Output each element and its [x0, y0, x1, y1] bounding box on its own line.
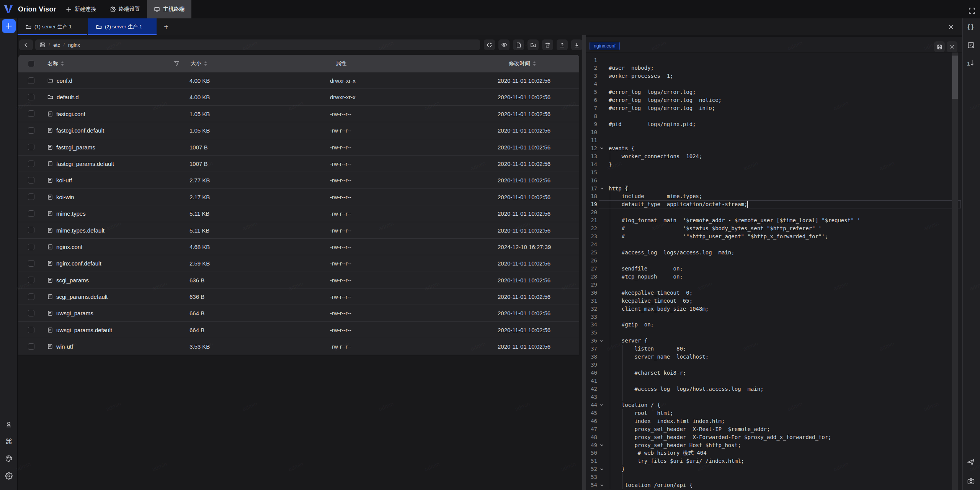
row-checkbox[interactable]: [28, 210, 34, 217]
code-line-10[interactable]: 10: [586, 128, 952, 136]
file-name-cell[interactable]: koi-win: [47, 189, 74, 205]
menu-host-terminal[interactable]: 主机终端: [147, 0, 191, 18]
code-line-7[interactable]: 7#error_log logs/error.log info;: [586, 104, 952, 112]
sort-icon[interactable]: [61, 61, 64, 66]
code-line-28[interactable]: 28 #tcp_nopush on;: [586, 273, 952, 281]
add-tab-button[interactable]: +: [158, 18, 175, 35]
code-line-42[interactable]: 42 #access_log logs/host.access.log main…: [586, 385, 952, 393]
new-file-button[interactable]: [513, 39, 524, 50]
menu-new-connection[interactable]: 新建连接: [59, 0, 103, 18]
code-line-43[interactable]: 43: [586, 393, 952, 401]
code-line-14[interactable]: 14}: [586, 161, 952, 169]
file-row-fastcgi.conf[interactable]: fastcgi.conf1.05 KB-rw-r--r--2020-11-01 …: [18, 106, 579, 122]
code-line-29[interactable]: 29: [586, 281, 952, 289]
file-row-koi-utf[interactable]: koi-utf2.77 KB-rw-r--r--2020-11-01 10:02…: [18, 172, 579, 188]
code-line-9[interactable]: 9#pid logs/nginx.pid;: [586, 120, 952, 128]
file-row-uwsgi_params.default[interactable]: uwsgi_params.default664 B-rw-r--r--2020-…: [18, 322, 579, 338]
code-line-15[interactable]: 15: [586, 169, 952, 177]
code-line-52[interactable]: 52 }: [586, 465, 952, 473]
code-line-8[interactable]: 8: [586, 112, 952, 120]
code-line-25[interactable]: 25 #access_log logs/access.log main;: [586, 249, 952, 257]
fold-chevron-icon[interactable]: [599, 465, 605, 473]
row-checkbox[interactable]: [28, 77, 34, 84]
file-row-fastcgi_params.default[interactable]: fastcgi_params.default1007 B-rw-r--r--20…: [18, 156, 579, 172]
code-line-44[interactable]: 44 location / {: [586, 401, 952, 409]
code-editor[interactable]: 12#user nobody;3worker_processes 1;45#er…: [586, 52, 962, 490]
fold-chevron-icon[interactable]: [599, 441, 605, 449]
fold-chevron-icon[interactable]: [599, 144, 605, 152]
sort-lines-icon[interactable]: 1: [967, 59, 975, 66]
refresh-button[interactable]: [484, 39, 495, 50]
code-line-51[interactable]: 51 try_files $uri $uri/ /index.html;: [586, 457, 952, 465]
row-checkbox[interactable]: [28, 127, 34, 134]
format-braces-icon[interactable]: {}: [967, 23, 975, 30]
code-line-45[interactable]: 45 root html;: [586, 409, 952, 417]
new-folder-button[interactable]: [528, 39, 539, 50]
code-line-24[interactable]: 24: [586, 241, 952, 249]
code-line-26[interactable]: 26: [586, 257, 952, 265]
code-line-6[interactable]: 6#error_log logs/error.log notice;: [586, 96, 952, 104]
code-line-49[interactable]: 49 proxy_set_header Host $http_host;: [586, 441, 952, 449]
code-line-37[interactable]: 37 listen 80;: [586, 345, 952, 353]
user-icon[interactable]: [5, 420, 13, 429]
code-line-32[interactable]: 32 client_max_body_size 1048m;: [586, 305, 952, 313]
file-name-cell[interactable]: nginx.conf.default: [47, 255, 101, 272]
code-line-36[interactable]: 36 server {: [586, 337, 952, 345]
code-line-19[interactable]: 19 default_type application/octet-stream…: [586, 200, 952, 208]
column-size[interactable]: 大小: [191, 55, 207, 72]
open-file-tag[interactable]: nginx.conf: [590, 42, 620, 50]
close-file-button[interactable]: [947, 41, 957, 52]
upload-button[interactable]: [557, 39, 568, 50]
code-line-17[interactable]: 17http {: [586, 185, 952, 193]
fold-chevron-icon[interactable]: [599, 185, 605, 193]
file-name-cell[interactable]: fastcgi_params: [47, 139, 95, 156]
file-row-fastcgi_params[interactable]: fastcgi_params1007 B-rw-r--r--2020-11-01…: [18, 139, 579, 156]
code-line-27[interactable]: 27 sendfile on;: [586, 265, 952, 273]
tab-server-1[interactable]: (1) server-生产-1: [18, 18, 87, 35]
file-name-cell[interactable]: uwsgi_params.default: [47, 322, 112, 338]
row-checkbox[interactable]: [28, 293, 34, 300]
editor-scrollbar[interactable]: [952, 52, 958, 490]
code-line-18[interactable]: 18 include mime.types;: [586, 192, 952, 200]
code-line-11[interactable]: 11: [586, 136, 952, 144]
code-line-33[interactable]: 33: [586, 313, 952, 321]
row-checkbox[interactable]: [28, 327, 34, 333]
file-row-win-utf[interactable]: win-utf3.53 KB-rw-r--r--2020-11-01 10:02…: [18, 338, 579, 355]
file-name-cell[interactable]: mime.types.default: [47, 222, 105, 239]
send-icon[interactable]: [967, 458, 975, 466]
file-name-cell[interactable]: win-utf: [47, 338, 73, 355]
code-line-3[interactable]: 3worker_processes 1;: [586, 72, 952, 80]
save-file-button[interactable]: [934, 41, 945, 52]
new-connection-button[interactable]: [2, 19, 16, 33]
code-line-22[interactable]: 22 # '$status $body_bytes_sent "$http_re…: [586, 225, 952, 233]
code-line-2[interactable]: 2#user nobody;: [586, 64, 952, 72]
code-line-40[interactable]: 40 #charset koi8-r;: [586, 369, 952, 377]
file-name-cell[interactable]: nginx.conf: [47, 239, 82, 255]
row-checkbox[interactable]: [28, 260, 34, 267]
code-line-5[interactable]: 5#error_log logs/error.log;: [586, 88, 952, 96]
row-checkbox[interactable]: [28, 94, 34, 100]
file-row-conf.d[interactable]: conf.d4.00 KBdrwxr-xr-x2020-11-01 10:02:…: [18, 72, 579, 89]
code-line-4[interactable]: 4: [586, 80, 952, 88]
fold-chevron-icon[interactable]: [599, 481, 605, 489]
row-checkbox[interactable]: [28, 244, 34, 250]
row-checkbox[interactable]: [28, 144, 34, 150]
file-name-cell[interactable]: default.d: [47, 89, 79, 105]
code-line-20[interactable]: 20: [586, 208, 952, 216]
breadcrumb[interactable]: / etc / nginx: [35, 39, 480, 50]
file-name-cell[interactable]: fastcgi.conf.default: [47, 122, 104, 139]
fold-chevron-icon[interactable]: [599, 401, 605, 409]
preview-eye-button[interactable]: [498, 39, 510, 50]
close-panel-button[interactable]: [948, 18, 954, 35]
code-line-21[interactable]: 21 #log_format main '$remote_addr - $rem…: [586, 216, 952, 225]
breadcrumb-nginx[interactable]: nginx: [68, 42, 80, 48]
row-checkbox[interactable]: [28, 161, 34, 167]
row-checkbox[interactable]: [28, 193, 34, 200]
file-row-mime.types[interactable]: mime.types5.11 KB-rw-r--r--2020-11-01 10…: [18, 205, 579, 222]
row-checkbox[interactable]: [28, 227, 34, 233]
row-checkbox[interactable]: [28, 177, 34, 184]
file-name-cell[interactable]: koi-utf: [47, 172, 72, 188]
menu-terminal-settings[interactable]: 终端设置: [103, 0, 147, 18]
file-row-koi-win[interactable]: koi-win2.17 KB-rw-r--r--2020-11-01 10:02…: [18, 189, 579, 205]
download-button[interactable]: [571, 39, 582, 50]
